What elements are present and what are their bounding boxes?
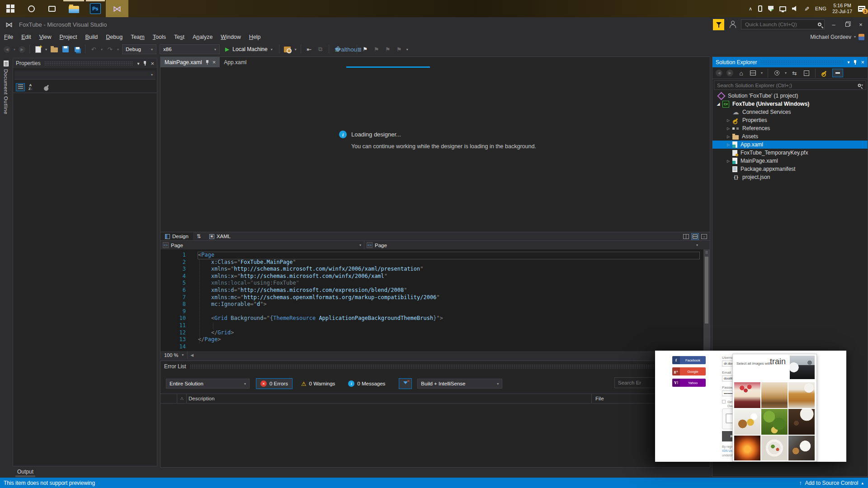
tree-item-project-json[interactable]: project.json xyxy=(712,173,868,181)
minimize-button[interactable]: – xyxy=(829,21,838,28)
send-feedback-icon[interactable] xyxy=(729,21,736,28)
toggle-bookmark-button[interactable]: ⚑ xyxy=(361,45,369,53)
pen-icon[interactable]: ✎ xyxy=(803,6,810,11)
switch-views-button[interactable] xyxy=(749,69,757,77)
start-debugging-button[interactable]: ▶ Local Machine ▾ xyxy=(223,46,275,52)
close-icon[interactable]: × xyxy=(151,61,154,66)
captcha-image-pancake-stack[interactable] xyxy=(788,382,815,408)
code-line[interactable]: 5 xmlns:local="using:FoxTube" xyxy=(160,280,710,287)
navigate-backward-code-button[interactable]: ⇤ xyxy=(305,45,313,53)
language-indicator[interactable]: ENG xyxy=(815,6,826,11)
tree-item-assets[interactable]: ▷Assets xyxy=(712,132,868,141)
usb-device-icon[interactable] xyxy=(758,5,762,12)
menu-analyze[interactable]: Analyze xyxy=(189,33,217,41)
filter-button[interactable] xyxy=(399,378,412,389)
menu-team[interactable]: Team xyxy=(127,33,149,41)
tray-expand-icon[interactable]: ∧ xyxy=(749,6,752,12)
speaker-icon[interactable] xyxy=(792,6,798,11)
sync-with-active-document-button[interactable]: ⇆ xyxy=(791,69,798,77)
scrollbar-thumb[interactable] xyxy=(705,257,708,324)
undo-button[interactable]: ↶ xyxy=(90,45,98,53)
file-explorer-button[interactable] xyxy=(62,0,85,17)
vertical-split-icon[interactable] xyxy=(683,234,689,239)
tree-item-solution-foxtube-1-project-[interactable]: Solution 'FoxTube' (1 project) xyxy=(712,92,868,100)
code-line[interactable]: 4 xmlns:x="http://schemas.microsoft.com/… xyxy=(160,273,710,280)
collapse-all-button[interactable]: – xyxy=(802,69,810,77)
zoom-level-combobox[interactable]: 100 % ▾ xyxy=(160,351,188,359)
security-shield-icon[interactable] xyxy=(768,6,774,12)
panel-grip-texture[interactable] xyxy=(44,61,134,66)
chevron-down-icon[interactable]: ▾ xyxy=(761,71,763,75)
code-line[interactable]: 9 xyxy=(160,308,710,315)
output-tab[interactable]: Output xyxy=(15,468,35,477)
code-line[interactable]: 13</Page> xyxy=(160,336,710,343)
breadcrumb-element-left[interactable]: Page ▾ xyxy=(160,242,364,248)
solution-explorer-search-box[interactable]: Search Solution Explorer (Ctrl+;) ▾ xyxy=(714,80,866,90)
hscroll-left-arrow[interactable]: ◀ xyxy=(188,353,196,357)
panel-grip-texture[interactable] xyxy=(190,364,706,369)
clock[interactable]: 5:16 PM 22-Jul-17 xyxy=(832,3,852,14)
navigate-forward-button[interactable]: ▶ xyxy=(19,46,25,53)
forward-button[interactable]: ▶ xyxy=(726,70,733,76)
collapse-pane-icon[interactable]: ⌄ xyxy=(701,234,707,239)
tree-expander-icon[interactable]: ◢ xyxy=(714,102,722,106)
redo-button[interactable]: ↷ xyxy=(106,45,114,53)
code-line[interactable]: 8 mc:Ignorable="d"> xyxy=(160,301,710,308)
captcha-image-glowing-fruit-basket[interactable] xyxy=(734,436,760,460)
document-outline-tab[interactable]: Document Outline xyxy=(0,58,12,162)
xaml-code-editor[interactable]: 1<Page2 x:Class="FoxTube.MainPage"3 xmln… xyxy=(160,249,710,351)
source-filter-combobox[interactable]: Build + IntelliSense▾ xyxy=(417,379,502,389)
window-position-dropdown-icon[interactable]: ▾ xyxy=(137,61,139,66)
code-line[interactable]: 14 xyxy=(160,343,710,351)
code-line[interactable]: 6 xmlns:d="http://schemas.microsoft.com/… xyxy=(160,287,710,294)
errors-filter-button[interactable]: 0 Errors xyxy=(256,378,292,389)
close-icon[interactable]: × xyxy=(861,59,864,65)
cortana-button[interactable] xyxy=(21,0,42,17)
target-dropdown-icon[interactable]: ▾ xyxy=(271,47,273,52)
user-dropdown-icon[interactable]: ▾ xyxy=(854,35,856,39)
find-in-files-button[interactable] xyxy=(283,45,292,53)
column-file[interactable]: File xyxy=(592,396,604,401)
splitter-grip-icon[interactable]: ⠿ xyxy=(703,249,710,256)
tree-item-mainpage-xaml[interactable]: ▷MainPage.xaml xyxy=(712,157,868,165)
categorized-view-button[interactable] xyxy=(16,83,25,91)
back-button[interactable]: ◀ xyxy=(716,70,722,76)
captcha-image-breakfast-plate[interactable] xyxy=(734,409,760,435)
menu-debug[interactable]: Debug xyxy=(102,33,127,41)
panel-grip-texture[interactable] xyxy=(760,60,844,65)
xaml-designer-surface[interactable]: i Loading designer... You can continue w… xyxy=(160,67,710,232)
code-line[interactable]: 11 xyxy=(160,322,710,329)
action-center-icon[interactable]: 1 xyxy=(858,6,865,12)
previous-bookmark-button[interactable]: ⚑ xyxy=(373,45,381,53)
new-project-button[interactable] xyxy=(34,45,42,53)
close-button[interactable]: × xyxy=(856,21,865,28)
captcha-image-strawberry-cake[interactable] xyxy=(734,382,760,408)
close-icon[interactable]: × xyxy=(212,59,216,65)
tree-item-foxtube-temporarykey-pfx[interactable]: FoxTube_TemporaryKey.pfx xyxy=(712,149,868,157)
undo-dropdown-icon[interactable]: ▾ xyxy=(101,47,103,52)
code-line[interactable]: 1<Page xyxy=(160,252,710,259)
photoshop-button[interactable]: Ps xyxy=(85,0,106,17)
menu-view[interactable]: View xyxy=(35,33,56,41)
tree-item-package-appxmanifest[interactable]: Package.appxmanifest xyxy=(712,165,868,173)
tree-expander-icon[interactable]: ▷ xyxy=(724,159,732,163)
pending-changes-filter-button[interactable] xyxy=(773,69,781,77)
warnings-filter-button[interactable]: ⚠ 0 Warnings xyxy=(297,378,340,389)
tree-expander-icon[interactable]: ▷ xyxy=(724,143,732,147)
save-all-button[interactable] xyxy=(73,45,81,53)
code-line[interactable]: 12 </Grid> xyxy=(160,329,710,337)
tree-item-references[interactable]: ▷References xyxy=(712,124,868,132)
document-tab-app.xaml[interactable]: App.xaml xyxy=(220,57,250,67)
redo-dropdown-icon[interactable]: ▾ xyxy=(117,47,119,52)
tree-expander-icon[interactable]: ▷ xyxy=(724,127,732,131)
next-bookmark-button[interactable]: ⚑ xyxy=(384,45,392,53)
properties-object-combobox[interactable]: ▾ xyxy=(14,70,156,80)
start-button[interactable] xyxy=(0,0,21,17)
visual-studio-taskbar-button[interactable]: ⋈ xyxy=(106,0,128,17)
captcha-image-green-salad[interactable] xyxy=(761,409,788,435)
feedback-flag-button[interactable] xyxy=(713,19,724,30)
column-description[interactable]: Description xyxy=(187,396,456,401)
configuration-combobox[interactable]: Debug▾ xyxy=(122,44,156,54)
menu-project[interactable]: Project xyxy=(56,33,81,41)
back-dropdown-icon[interactable]: ▾ xyxy=(14,47,15,52)
